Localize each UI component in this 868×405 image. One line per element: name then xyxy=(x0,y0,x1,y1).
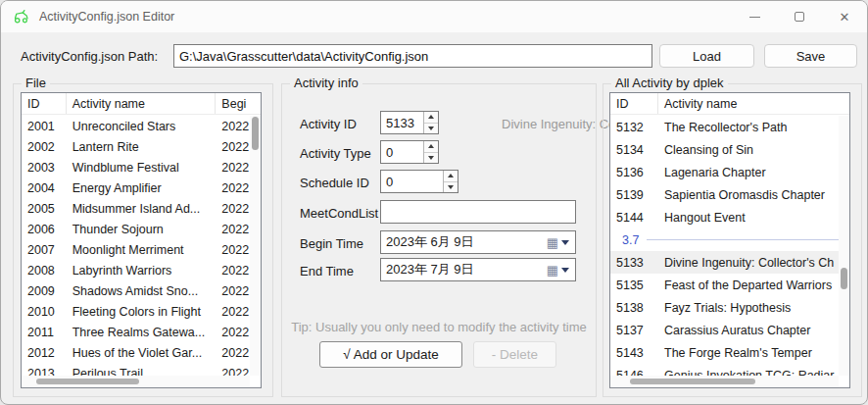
row-id-cell: 2003 xyxy=(22,161,67,175)
dropdown-arrow-icon[interactable] xyxy=(561,240,569,245)
all-activity-groupbox: All Activity by dplek ID Activity name 5… xyxy=(603,83,862,397)
row-name-cell: Energy Amplifier xyxy=(67,181,217,195)
file-list-row[interactable]: 2009Shadows Amidst Sno...2022 xyxy=(22,280,261,301)
file-list-header[interactable]: ID Activity name Begi xyxy=(22,93,261,115)
row-name-cell: Fayz Trials: Hypothesis xyxy=(658,301,849,315)
end-time-value[interactable]: 2023年 7月 9日 xyxy=(381,261,547,278)
activity-type-spinner[interactable]: 0 xyxy=(380,140,439,164)
row-name-cell: Feast of the Departed Warriors xyxy=(658,278,849,292)
row-id-cell: 5136 xyxy=(610,166,658,179)
schedule-id-label: Schedule ID xyxy=(300,176,369,190)
file-col-id[interactable]: ID xyxy=(22,93,67,114)
file-list-row[interactable]: 2003Windblume Festival2022 xyxy=(22,157,261,177)
spin-up-icon xyxy=(448,174,454,177)
spin-down-icon xyxy=(428,156,434,160)
file-list-row[interactable]: 2002Lantern Rite2022 xyxy=(22,136,261,157)
schedule-id-value[interactable]: 0 xyxy=(381,171,443,192)
all-col-name[interactable]: Activity name xyxy=(658,93,849,114)
file-col-name[interactable]: Activity name xyxy=(67,93,217,114)
schedule-id-spinner[interactable]: 0 xyxy=(380,170,458,193)
file-horizontal-scrollbar[interactable] xyxy=(22,376,250,387)
path-input[interactable] xyxy=(173,44,652,68)
dropdown-arrow-icon[interactable] xyxy=(561,268,569,273)
add-or-update-button[interactable]: √ Add or Update xyxy=(319,341,462,368)
file-list-row[interactable]: 2011Three Realms Gatewa...2022 xyxy=(22,322,261,342)
all-activity-listview[interactable]: ID Activity name 5132The Recollector's P… xyxy=(609,92,850,388)
all-vertical-scrollbar[interactable] xyxy=(839,116,849,376)
end-time-picker[interactable]: 2023年 7月 9日 ▦ xyxy=(380,258,576,281)
row-id-cell: 5132 xyxy=(610,121,658,134)
all-activity-row[interactable]: 5138Fayz Trials: Hypothesis xyxy=(610,296,849,319)
all-hscroll-thumb[interactable] xyxy=(630,379,755,384)
spin-down-button[interactable] xyxy=(444,181,458,193)
activity-info-title: Activity info xyxy=(290,76,362,90)
all-activity-row[interactable]: 5139Sapientia Oromasdis Chapter xyxy=(610,183,849,206)
activity-id-value[interactable]: 5133 xyxy=(381,112,423,133)
activity-type-spin-buttons xyxy=(423,141,438,163)
delete-button: - Delete xyxy=(473,341,556,368)
file-list-row[interactable]: 2006Thunder Sojourn2022 xyxy=(22,219,261,239)
meetcondlist-label: MeetCondList xyxy=(300,206,378,221)
all-rows-container: 5132The Recollector's Path5134Cleansing … xyxy=(610,116,849,387)
all-vscroll-thumb[interactable] xyxy=(841,268,847,289)
begin-time-picker[interactable]: 2023年 6月 9日 ▦ xyxy=(380,230,576,254)
file-list-row[interactable]: 2004Energy Amplifier2022 xyxy=(22,177,261,198)
all-horizontal-scrollbar[interactable] xyxy=(610,376,839,387)
row-name-cell: The Forge Realm's Temper xyxy=(658,346,849,360)
row-id-cell: 5138 xyxy=(610,301,658,315)
row-name-cell: Fleeting Colors in Flight xyxy=(67,305,217,319)
file-hscroll-thumb[interactable] xyxy=(36,379,139,384)
spin-up-button[interactable] xyxy=(444,171,458,181)
minimize-button[interactable] xyxy=(732,1,777,32)
row-id-cell: 5139 xyxy=(610,188,658,202)
row-id-cell: 2006 xyxy=(22,223,67,236)
activity-id-label: Activity ID xyxy=(300,117,357,131)
all-activity-row[interactable]: 5132The Recollector's Path xyxy=(610,116,849,138)
file-list-row[interactable]: 2010Fleeting Colors in Flight2022 xyxy=(22,301,261,322)
spin-down-button[interactable] xyxy=(424,123,438,134)
row-name-cell: Hues of the Violet Gar... xyxy=(67,346,217,360)
all-activity-row[interactable]: 5137Carassius Auratus Chapter xyxy=(610,319,849,341)
activity-id-spinner[interactable]: 5133 xyxy=(380,111,439,134)
file-vertical-scrollbar[interactable] xyxy=(250,116,261,376)
grasscutter-app-icon xyxy=(13,9,30,25)
row-name-cell: Labyrinth Warriors xyxy=(67,264,217,278)
row-id-cell: 2012 xyxy=(22,346,67,360)
load-button[interactable]: Load xyxy=(659,44,754,68)
all-activity-row[interactable]: 5136Lagenaria Chapter xyxy=(610,161,849,183)
row-id-cell: 5135 xyxy=(610,278,658,292)
file-list-row[interactable]: 2001Unreconciled Stars2022 xyxy=(22,116,261,136)
row-name-cell: Shadows Amidst Sno... xyxy=(67,284,217,298)
all-activity-row[interactable]: 5144Hangout Event xyxy=(610,206,849,228)
all-activity-row[interactable]: 5135Feast of the Departed Warriors xyxy=(610,274,849,296)
file-vscroll-thumb[interactable] xyxy=(252,117,259,150)
all-activity-row-selected[interactable]: 5133Divine Ingenuity: Collector's Ch xyxy=(610,251,849,274)
begin-time-value[interactable]: 2023年 6月 9日 xyxy=(381,233,547,251)
save-button[interactable]: Save xyxy=(764,44,857,68)
file-groupbox: File ID Activity name Begi 2001Unreconci… xyxy=(13,83,273,397)
file-list-row[interactable]: 2008Labyrinth Warriors2022 xyxy=(22,260,261,280)
meetcondlist-input[interactable] xyxy=(380,200,576,224)
spin-down-icon xyxy=(448,185,454,189)
row-id-cell: 2011 xyxy=(22,326,67,339)
all-activity-row[interactable]: 5134Cleansing of Sin xyxy=(610,138,849,161)
spin-down-button[interactable] xyxy=(424,152,438,164)
spin-up-icon xyxy=(428,115,434,119)
all-list-header[interactable]: ID Activity name xyxy=(610,93,849,115)
activity-type-value[interactable]: 0 xyxy=(381,141,423,163)
file-list-row[interactable]: 2012Hues of the Violet Gar...2022 xyxy=(22,342,261,363)
file-list-row[interactable]: 2005Midsummer Island Ad...2022 xyxy=(22,198,261,219)
version-separator-row: 3.7 xyxy=(610,228,849,251)
file-col-begin[interactable]: Begi xyxy=(216,93,261,114)
file-list-row[interactable]: 2007Moonlight Merriment2022 xyxy=(22,239,261,260)
all-activity-row[interactable]: 5143The Forge Realm's Temper xyxy=(610,341,849,364)
all-activity-title: All Activity by dplek xyxy=(611,76,728,90)
maximize-button[interactable] xyxy=(777,1,822,32)
spin-up-button[interactable] xyxy=(424,141,438,152)
all-col-id[interactable]: ID xyxy=(610,93,658,114)
close-button[interactable]: ✕ xyxy=(822,1,867,32)
file-listview[interactable]: ID Activity name Begi 2001Unreconciled S… xyxy=(21,92,262,388)
row-name-cell: Divine Ingenuity: Collector's Ch xyxy=(658,256,849,270)
row-id-cell: 2004 xyxy=(22,181,67,195)
spin-up-button[interactable] xyxy=(424,112,438,123)
